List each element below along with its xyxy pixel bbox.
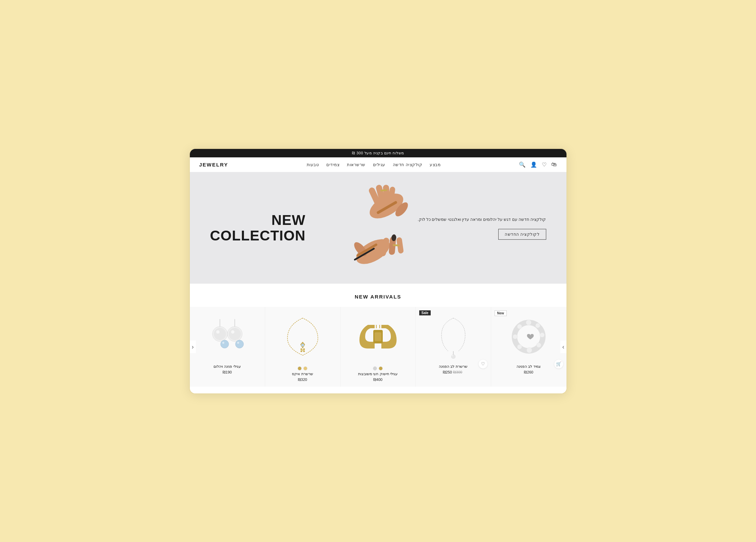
pearl-earring-illustration <box>207 316 248 357</box>
logo: JEWELRY <box>199 162 228 167</box>
new-arrivals-title: NEW ARRIVALS <box>190 294 566 300</box>
svg-point-25 <box>229 328 241 340</box>
product-name-p5: צמיד לב הפנינה <box>495 364 563 369</box>
swatch-gold <box>379 366 383 370</box>
product-info-p4: שרשרת לב הפנינה ₪300 ₪250 <box>419 364 487 375</box>
svg-point-31 <box>301 343 304 347</box>
product-price-p2: ₪320 <box>269 378 337 382</box>
new-badge: New <box>495 310 507 316</box>
nav-links: מבצע קולקציה חדשה עגילים שרשראות צמידים … <box>307 161 440 167</box>
product-actions-p5: 🛒 <box>554 360 563 368</box>
hoop-earring-illustration <box>358 318 398 355</box>
nav-item-sale[interactable]: מבצע <box>430 161 440 167</box>
nav-item-earrings[interactable]: עגילים <box>373 161 385 167</box>
products-track: עגילי פנינה ויהלום ₪190 <box>190 307 566 387</box>
hero-left-text: NEW COLLECTION <box>210 212 306 243</box>
svg-point-48 <box>540 333 545 337</box>
main-nav: מבצע קולקציה חדשה עגילים שרשראות צמידים … <box>307 161 440 167</box>
swatch-silver <box>373 366 377 370</box>
hero-description: קולקציה חדשה עם דגש על יהלומים ומראה עדי… <box>418 216 546 223</box>
svg-point-26 <box>231 330 234 334</box>
nav-icons: 🔍 👤 ♡ 🛍 <box>519 161 557 168</box>
svg-point-28 <box>237 342 239 344</box>
site-header: JEWELRY מבצע קולקציה חדשה עגילים שרשראות… <box>190 157 566 172</box>
hero-title: NEW COLLECTION <box>210 212 306 243</box>
product-name-p4: שרשרת לב הפנינה <box>419 364 487 369</box>
nav-item-necklaces[interactable]: שרשראות <box>347 161 366 167</box>
svg-point-49 <box>536 343 541 347</box>
hand-svg <box>324 176 432 280</box>
svg-point-22 <box>222 342 224 344</box>
product-info-p5: צמיד לב הפנינה ₪260 <box>495 364 563 375</box>
svg-point-51 <box>517 344 522 349</box>
svg-point-46 <box>526 320 531 325</box>
cart-icon[interactable]: 🛍 <box>551 161 557 167</box>
product-info-p1: עגילי פנינה ויהלום ₪190 <box>193 364 261 375</box>
announcement-bar: משלוח חינם בקניה מעל 300 ₪ <box>190 149 566 157</box>
color-swatches-p2 <box>298 366 307 370</box>
sale-badge: Sale <box>419 310 431 315</box>
product-price-p4: ₪300 ₪250 <box>419 370 487 375</box>
product-image-p3 <box>354 313 402 360</box>
bracelet-illustration <box>508 318 549 355</box>
swatch-gold <box>298 366 302 370</box>
product-name-p2: שרשרת איקס <box>269 372 337 376</box>
product-price-p5: ₪260 <box>495 370 563 375</box>
product-card-p2: שרשרת איקס ₪320 <box>265 307 341 387</box>
wishlist-button-p4[interactable]: ♡ <box>479 360 487 368</box>
nav-item-bracelets[interactable]: צמידים <box>326 161 339 167</box>
account-icon[interactable]: 👤 <box>530 161 537 168</box>
svg-point-47 <box>535 323 540 328</box>
color-swatches-p3 <box>373 366 383 370</box>
product-card-p4: Sale <box>416 307 491 387</box>
current-price-p4: ₪250 <box>443 370 452 374</box>
hero-cta-button[interactable]: לקולקציה החדשה <box>498 229 546 240</box>
nav-item-rings[interactable]: טבעות <box>307 161 319 167</box>
product-name-p1: עגילי פנינה ויהלום <box>193 364 261 369</box>
svg-point-53 <box>517 324 522 329</box>
product-name-p3: עגילי חישוק חצי משובצות <box>344 372 412 376</box>
hero-right-text: קולקציה חדשה עם דגש על יהלומים ומראה עדי… <box>418 216 546 239</box>
svg-point-27 <box>235 340 244 348</box>
svg-point-19 <box>214 328 226 340</box>
products-carousel: ‹ <box>190 307 566 387</box>
svg-point-52 <box>513 334 518 339</box>
svg-rect-39 <box>375 332 381 341</box>
product-info-p2: שרשרת איקס ₪320 <box>269 372 337 382</box>
nav-item-new-collection[interactable]: קולקציה חדשה <box>393 161 422 167</box>
announcement-text: משלוח חינם בקניה מעל 300 ₪ <box>352 151 404 155</box>
search-icon[interactable]: 🔍 <box>519 161 526 168</box>
product-image-p4 <box>430 313 477 360</box>
product-image-p2 <box>279 313 326 360</box>
necklace-illustration <box>284 315 321 359</box>
svg-point-44 <box>452 355 453 356</box>
new-arrivals-section: NEW ARRIVALS ‹ <box>190 284 566 393</box>
svg-point-20 <box>216 330 220 334</box>
cart-button-p5[interactable]: 🛒 <box>554 360 563 368</box>
old-price-p4: ₪300 <box>453 370 462 374</box>
wishlist-icon[interactable]: ♡ <box>542 161 547 168</box>
product-actions-p4: ♡ <box>479 360 487 368</box>
product-image-p1 <box>204 313 251 360</box>
product-price-p1: ₪190 <box>193 370 261 375</box>
silver-necklace-illustration <box>436 315 470 359</box>
svg-point-37 <box>302 349 304 351</box>
browser-frame: משלוח חינם בקניה מעל 300 ₪ JEWELRY מבצע … <box>189 148 567 394</box>
product-card-p5: New <box>491 307 566 387</box>
product-info-p3: עגילי חישוק חצי משובצות ₪400 <box>344 372 412 382</box>
svg-point-50 <box>527 347 532 353</box>
swatch-light-gold <box>303 366 307 370</box>
product-image-p5 <box>505 313 552 360</box>
product-price-p3: ₪400 <box>344 378 412 382</box>
product-card-p1: עגילי פנינה ויהלום ₪190 <box>190 307 265 387</box>
hero-section: NEW COLLECTION <box>190 172 566 284</box>
product-card-p3: עגילי חישוק חצי משובצות ₪400 <box>341 307 416 387</box>
carousel-next-button[interactable]: › <box>560 340 566 353</box>
svg-point-21 <box>221 340 229 348</box>
carousel-prev-button[interactable]: ‹ <box>190 340 196 353</box>
